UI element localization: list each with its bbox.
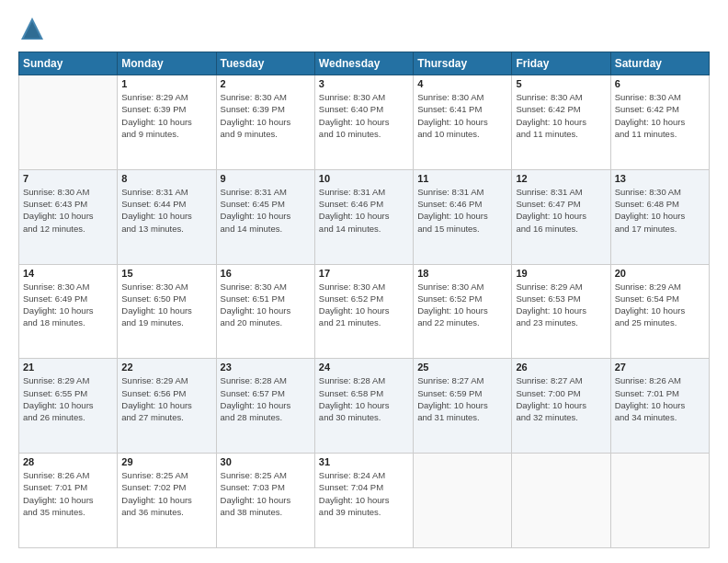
- day-number: 16: [221, 268, 311, 279]
- page: SundayMondayTuesdayWednesdayThursdayFrid…: [0, 0, 728, 563]
- calendar-cell: 8Sunrise: 8:31 AM Sunset: 6:44 PM Daylig…: [118, 169, 216, 264]
- day-detail: Sunrise: 8:27 AM Sunset: 6:59 PM Dayligh…: [417, 374, 507, 423]
- day-detail: Sunrise: 8:31 AM Sunset: 6:44 PM Dayligh…: [121, 186, 211, 235]
- day-detail: Sunrise: 8:24 AM Sunset: 7:04 PM Dayligh…: [319, 469, 409, 518]
- day-number: 29: [121, 456, 211, 467]
- day-number: 2: [221, 78, 311, 89]
- day-detail: Sunrise: 8:30 AM Sunset: 6:41 PM Dayligh…: [417, 91, 507, 140]
- calendar-cell: [512, 454, 610, 548]
- calendar-week-row: 7Sunrise: 8:30 AM Sunset: 6:43 PM Daylig…: [19, 169, 710, 264]
- day-number: 24: [319, 362, 409, 373]
- day-detail: Sunrise: 8:29 AM Sunset: 6:56 PM Dayligh…: [121, 374, 211, 423]
- calendar-cell: 5Sunrise: 8:30 AM Sunset: 6:42 PM Daylig…: [512, 75, 610, 170]
- day-detail: Sunrise: 8:27 AM Sunset: 7:00 PM Dayligh…: [516, 374, 606, 423]
- calendar-cell: 29Sunrise: 8:25 AM Sunset: 7:02 PM Dayli…: [118, 454, 216, 548]
- weekday-header-saturday: Saturday: [610, 52, 709, 75]
- calendar-cell: 3Sunrise: 8:30 AM Sunset: 6:40 PM Daylig…: [314, 75, 413, 170]
- day-number: 6: [615, 78, 705, 89]
- day-number: 4: [417, 78, 507, 89]
- calendar-cell: 24Sunrise: 8:28 AM Sunset: 6:58 PM Dayli…: [314, 359, 413, 454]
- day-number: 27: [615, 362, 705, 373]
- day-detail: Sunrise: 8:25 AM Sunset: 7:03 PM Dayligh…: [221, 469, 311, 518]
- calendar-cell: 21Sunrise: 8:29 AM Sunset: 6:55 PM Dayli…: [19, 359, 118, 454]
- calendar-cell: 9Sunrise: 8:31 AM Sunset: 6:45 PM Daylig…: [216, 169, 314, 264]
- day-number: 26: [516, 362, 606, 373]
- day-detail: Sunrise: 8:31 AM Sunset: 6:46 PM Dayligh…: [417, 186, 507, 235]
- calendar-cell: 31Sunrise: 8:24 AM Sunset: 7:04 PM Dayli…: [314, 454, 413, 548]
- day-number: 22: [121, 362, 211, 373]
- calendar-cell: 14Sunrise: 8:30 AM Sunset: 6:49 PM Dayli…: [19, 264, 118, 359]
- weekday-header-wednesday: Wednesday: [314, 52, 413, 75]
- day-number: 18: [417, 268, 507, 279]
- day-number: 13: [615, 173, 705, 184]
- day-detail: Sunrise: 8:29 AM Sunset: 6:39 PM Dayligh…: [121, 91, 211, 140]
- calendar-cell: 4Sunrise: 8:30 AM Sunset: 6:41 PM Daylig…: [414, 75, 512, 170]
- day-number: 10: [319, 173, 409, 184]
- weekday-header-row: SundayMondayTuesdayWednesdayThursdayFrid…: [19, 52, 710, 75]
- calendar-cell: 15Sunrise: 8:30 AM Sunset: 6:50 PM Dayli…: [118, 264, 216, 359]
- weekday-header-tuesday: Tuesday: [216, 52, 314, 75]
- day-detail: Sunrise: 8:29 AM Sunset: 6:54 PM Dayligh…: [615, 281, 705, 329]
- day-detail: Sunrise: 8:29 AM Sunset: 6:53 PM Dayligh…: [516, 281, 606, 329]
- calendar-cell: 16Sunrise: 8:30 AM Sunset: 6:51 PM Dayli…: [216, 264, 314, 359]
- day-number: 17: [319, 268, 409, 279]
- day-number: 23: [221, 362, 311, 373]
- calendar-cell: 26Sunrise: 8:27 AM Sunset: 7:00 PM Dayli…: [512, 359, 610, 454]
- calendar-cell: 12Sunrise: 8:31 AM Sunset: 6:47 PM Dayli…: [512, 169, 610, 264]
- day-number: 21: [23, 362, 113, 373]
- calendar-cell: 17Sunrise: 8:30 AM Sunset: 6:52 PM Dayli…: [314, 264, 413, 359]
- calendar-week-row: 14Sunrise: 8:30 AM Sunset: 6:49 PM Dayli…: [19, 264, 710, 359]
- calendar-cell: [19, 75, 118, 170]
- day-detail: Sunrise: 8:30 AM Sunset: 6:39 PM Dayligh…: [221, 91, 311, 140]
- calendar-cell: 2Sunrise: 8:30 AM Sunset: 6:39 PM Daylig…: [216, 75, 314, 170]
- logo-icon: [18, 15, 46, 42]
- day-number: 14: [23, 268, 113, 279]
- calendar-cell: 27Sunrise: 8:26 AM Sunset: 7:01 PM Dayli…: [610, 359, 709, 454]
- day-number: 1: [121, 78, 211, 89]
- day-number: 25: [417, 362, 507, 373]
- weekday-header-monday: Monday: [118, 52, 216, 75]
- day-detail: Sunrise: 8:30 AM Sunset: 6:52 PM Dayligh…: [319, 281, 409, 329]
- weekday-header-sunday: Sunday: [19, 52, 118, 75]
- day-number: 31: [319, 456, 409, 467]
- weekday-header-thursday: Thursday: [414, 52, 512, 75]
- day-detail: Sunrise: 8:26 AM Sunset: 7:01 PM Dayligh…: [615, 374, 705, 423]
- calendar-cell: 30Sunrise: 8:25 AM Sunset: 7:03 PM Dayli…: [216, 454, 314, 548]
- day-number: 7: [23, 173, 113, 184]
- day-detail: Sunrise: 8:26 AM Sunset: 7:01 PM Dayligh…: [23, 469, 113, 518]
- calendar-cell: 18Sunrise: 8:30 AM Sunset: 6:52 PM Dayli…: [414, 264, 512, 359]
- logo: [18, 15, 50, 42]
- day-number: 19: [516, 268, 606, 279]
- calendar-week-row: 28Sunrise: 8:26 AM Sunset: 7:01 PM Dayli…: [19, 454, 710, 548]
- calendar-cell: 22Sunrise: 8:29 AM Sunset: 6:56 PM Dayli…: [118, 359, 216, 454]
- calendar-cell: 7Sunrise: 8:30 AM Sunset: 6:43 PM Daylig…: [19, 169, 118, 264]
- calendar-cell: 23Sunrise: 8:28 AM Sunset: 6:57 PM Dayli…: [216, 359, 314, 454]
- calendar-week-row: 1Sunrise: 8:29 AM Sunset: 6:39 PM Daylig…: [19, 75, 710, 170]
- day-number: 15: [121, 268, 211, 279]
- calendar-cell: 28Sunrise: 8:26 AM Sunset: 7:01 PM Dayli…: [19, 454, 118, 548]
- calendar-cell: 13Sunrise: 8:30 AM Sunset: 6:48 PM Dayli…: [610, 169, 709, 264]
- day-detail: Sunrise: 8:30 AM Sunset: 6:43 PM Dayligh…: [23, 186, 113, 235]
- day-number: 8: [121, 173, 211, 184]
- calendar-cell: [414, 454, 512, 548]
- day-detail: Sunrise: 8:30 AM Sunset: 6:52 PM Dayligh…: [417, 281, 507, 329]
- day-detail: Sunrise: 8:30 AM Sunset: 6:40 PM Dayligh…: [319, 91, 409, 140]
- day-number: 11: [417, 173, 507, 184]
- header: [18, 15, 710, 42]
- calendar-cell: 10Sunrise: 8:31 AM Sunset: 6:46 PM Dayli…: [314, 169, 413, 264]
- day-number: 12: [516, 173, 606, 184]
- day-detail: Sunrise: 8:30 AM Sunset: 6:49 PM Dayligh…: [23, 281, 113, 329]
- day-number: 20: [615, 268, 705, 279]
- calendar-cell: 6Sunrise: 8:30 AM Sunset: 6:42 PM Daylig…: [610, 75, 709, 170]
- calendar-cell: [610, 454, 709, 548]
- day-detail: Sunrise: 8:30 AM Sunset: 6:48 PM Dayligh…: [615, 186, 705, 235]
- day-number: 28: [23, 456, 113, 467]
- day-number: 5: [516, 78, 606, 89]
- weekday-header-friday: Friday: [512, 52, 610, 75]
- calendar-cell: 11Sunrise: 8:31 AM Sunset: 6:46 PM Dayli…: [414, 169, 512, 264]
- day-number: 30: [221, 456, 311, 467]
- day-detail: Sunrise: 8:30 AM Sunset: 6:42 PM Dayligh…: [516, 91, 606, 140]
- calendar-cell: 20Sunrise: 8:29 AM Sunset: 6:54 PM Dayli…: [610, 264, 709, 359]
- calendar-cell: 25Sunrise: 8:27 AM Sunset: 6:59 PM Dayli…: [414, 359, 512, 454]
- calendar-cell: 19Sunrise: 8:29 AM Sunset: 6:53 PM Dayli…: [512, 264, 610, 359]
